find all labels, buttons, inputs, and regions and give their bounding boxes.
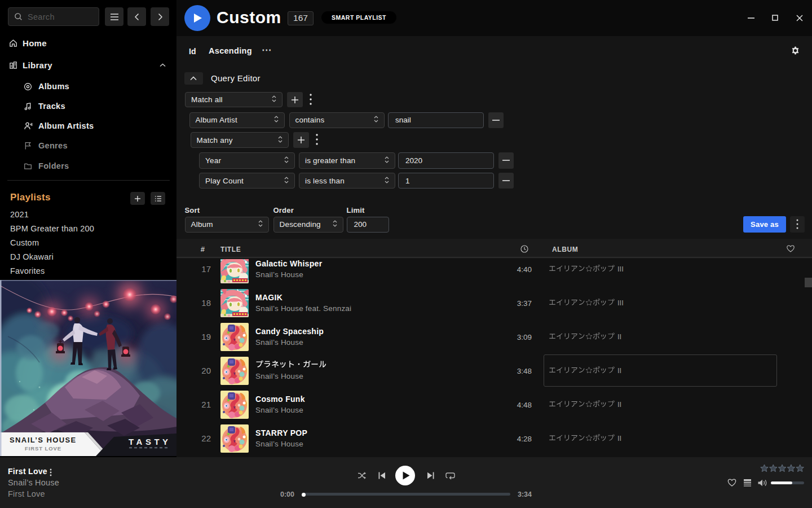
svg-text:SNAIL’S HOUSE: SNAIL’S HOUSE xyxy=(10,436,77,444)
svg-text:FIRST LOVE: FIRST LOVE xyxy=(25,445,61,452)
svg-text:TASTY: TASTY xyxy=(129,437,171,446)
